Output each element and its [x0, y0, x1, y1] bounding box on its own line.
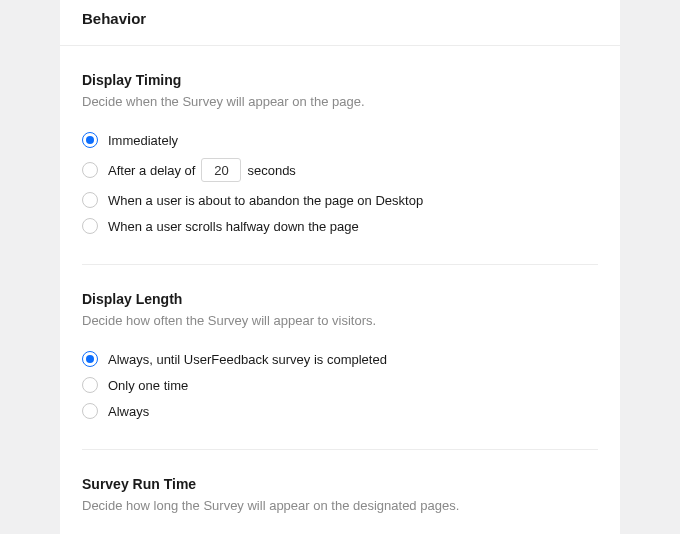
radio-icon — [82, 162, 98, 178]
panel-title: Behavior — [82, 10, 598, 27]
section-title-timing: Display Timing — [82, 72, 598, 88]
section-run-time: Survey Run Time Decide how long the Surv… — [82, 450, 598, 534]
radio-row-until-complete[interactable]: Always, until UserFeedback survey is com… — [82, 346, 598, 372]
radio-row-immediately[interactable]: Immediately — [82, 127, 598, 153]
radio-icon — [82, 132, 98, 148]
radio-label: Only one time — [108, 378, 188, 393]
section-desc-timing: Decide when the Survey will appear on th… — [82, 94, 598, 109]
behavior-panel: Behavior Display Timing Decide when the … — [60, 0, 620, 534]
radio-row-always[interactable]: Always — [82, 398, 598, 435]
radio-row-delay[interactable]: After a delay of seconds — [82, 153, 598, 187]
radio-icon — [82, 403, 98, 419]
radio-label-delay: After a delay of seconds — [108, 158, 296, 182]
section-display-timing: Display Timing Decide when the Survey wi… — [82, 46, 598, 265]
radio-icon — [82, 218, 98, 234]
section-title-runtime: Survey Run Time — [82, 476, 598, 492]
panel-header: Behavior — [60, 0, 620, 46]
radio-icon — [82, 377, 98, 393]
section-desc-runtime: Decide how long the Survey will appear o… — [82, 498, 598, 513]
radio-label: When a user is about to abandon the page… — [108, 193, 423, 208]
delay-prefix: After a delay of — [108, 163, 195, 178]
radio-label: Always, until UserFeedback survey is com… — [108, 352, 387, 367]
section-display-length: Display Length Decide how often the Surv… — [82, 265, 598, 450]
section-desc-length: Decide how often the Survey will appear … — [82, 313, 598, 328]
delay-input[interactable] — [201, 158, 241, 182]
radio-label: Always — [108, 404, 149, 419]
radio-label: Immediately — [108, 133, 178, 148]
radio-row-abandon[interactable]: When a user is about to abandon the page… — [82, 187, 598, 213]
radio-label: When a user scrolls halfway down the pag… — [108, 219, 359, 234]
radio-row-once[interactable]: Only one time — [82, 372, 598, 398]
radio-icon — [82, 351, 98, 367]
section-title-length: Display Length — [82, 291, 598, 307]
radio-icon — [82, 192, 98, 208]
delay-suffix: seconds — [247, 163, 295, 178]
radio-row-scroll[interactable]: When a user scrolls halfway down the pag… — [82, 213, 598, 250]
